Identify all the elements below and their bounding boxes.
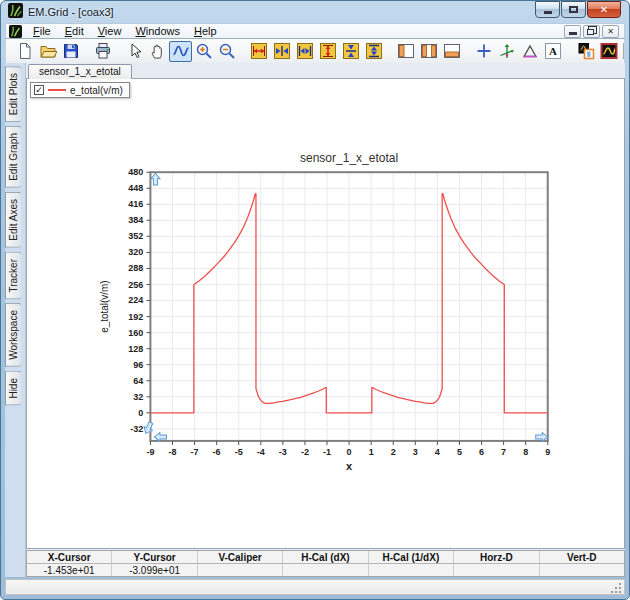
- svg-text:-1: -1: [323, 447, 331, 457]
- save-button[interactable]: [59, 41, 82, 62]
- layers-tool-button[interactable]: [574, 41, 597, 62]
- svg-text:416: 416: [128, 199, 143, 209]
- cursor-table-value: -3.099e+01: [112, 564, 197, 576]
- open-file-button[interactable]: [36, 41, 59, 62]
- mdi-close-button[interactable]: ✕: [602, 25, 619, 38]
- svg-text:1: 1: [369, 447, 374, 457]
- v-fit-button[interactable]: [316, 41, 339, 62]
- zoom-in-button[interactable]: [192, 41, 215, 62]
- h-compress-button[interactable]: [293, 41, 316, 62]
- v-compress-button[interactable]: [362, 41, 385, 62]
- svg-text:384: 384: [128, 215, 143, 225]
- legend-line-sample: [48, 89, 66, 91]
- waveform-red-button[interactable]: [597, 41, 620, 62]
- maximize-button[interactable]: [561, 1, 586, 18]
- legend: ✓ e_total(v/m): [30, 82, 130, 98]
- toolbar: ALayou: [5, 39, 625, 63]
- zoom-out-button[interactable]: [215, 41, 238, 62]
- mdi-app-icon[interactable]: [9, 25, 22, 38]
- crosshair-button[interactable]: [472, 41, 495, 62]
- svg-text:2: 2: [391, 447, 396, 457]
- cursor-table-header: Horz-D: [454, 551, 539, 563]
- print-button[interactable]: [91, 41, 114, 62]
- pane-left-button[interactable]: [394, 41, 417, 62]
- axis-pan-arrow[interactable]: [142, 421, 155, 436]
- cursor-table-header: H-Cal (1/dX): [369, 551, 454, 563]
- side-tab-hide[interactable]: Hide: [5, 371, 21, 406]
- svg-text:448: 448: [128, 183, 143, 193]
- cursor-table-value: -1.453e+01: [27, 564, 112, 576]
- close-button[interactable]: ✕: [587, 1, 621, 18]
- axes-tool-button[interactable]: [495, 41, 518, 62]
- svg-text:6: 6: [479, 447, 484, 457]
- svg-text:-32: -32: [130, 424, 143, 434]
- v-expand-button[interactable]: [339, 41, 362, 62]
- title-bar: EM.Grid - [coax3] ✕: [1, 1, 629, 23]
- axis-pan-arrow[interactable]: [151, 173, 160, 185]
- pan-hand-button[interactable]: [146, 41, 169, 62]
- svg-text:-9: -9: [146, 447, 154, 457]
- h-fit-button[interactable]: [247, 41, 270, 62]
- legend-label: e_total(v/m): [70, 85, 123, 96]
- window-title: EM.Grid - [coax3]: [28, 6, 114, 18]
- waveform-dark-button[interactable]: [620, 41, 625, 62]
- svg-text:9: 9: [545, 447, 550, 457]
- main-area: Edit PlotsEdit GraphEdit AxesTrackerWork…: [5, 63, 625, 577]
- pane-vsplit-button[interactable]: [417, 41, 440, 62]
- svg-text:-5: -5: [235, 447, 243, 457]
- svg-text:A: A: [549, 45, 557, 57]
- svg-text:64: 64: [133, 376, 143, 386]
- svg-text:288: 288: [128, 264, 143, 274]
- mdi-restore-button[interactable]: [583, 25, 600, 38]
- cursor-table-header: H-Cal (dX): [283, 551, 368, 563]
- pane-hsplit-button[interactable]: [440, 41, 463, 62]
- svg-text:-2: -2: [301, 447, 309, 457]
- svg-text:e_total(v/m): e_total(v/m): [99, 280, 110, 332]
- text-tool-button[interactable]: A: [541, 41, 565, 62]
- svg-text:5: 5: [457, 447, 462, 457]
- svg-text:7: 7: [501, 447, 506, 457]
- plot-select-button[interactable]: [169, 41, 192, 62]
- svg-text:128: 128: [128, 344, 143, 354]
- side-tab-tracker[interactable]: Tracker: [5, 252, 21, 300]
- minimize-button[interactable]: [535, 1, 560, 18]
- svg-text:8: 8: [523, 447, 528, 457]
- h-expand-button[interactable]: [270, 41, 293, 62]
- svg-text:160: 160: [128, 328, 143, 338]
- menu-item-view[interactable]: View: [91, 25, 129, 37]
- side-tab-edit-plots[interactable]: Edit Plots: [5, 66, 21, 122]
- svg-text:352: 352: [128, 231, 143, 241]
- cursor-table-value: [198, 564, 283, 576]
- menu-item-help[interactable]: Help: [187, 25, 224, 37]
- plot-panel: ✓ e_total(v/m) -9-8-7-6-5-4-3-2-10123456…: [26, 79, 625, 549]
- legend-checkbox[interactable]: ✓: [34, 85, 44, 95]
- chart-canvas[interactable]: -9-8-7-6-5-4-3-2-10123456789480448416384…: [27, 79, 624, 548]
- cursor-table-header: X-Cursor: [27, 551, 112, 563]
- menu-item-file[interactable]: File: [26, 25, 58, 37]
- cursor-table-value: [540, 564, 624, 576]
- svg-text:4: 4: [435, 447, 440, 457]
- cursor-table-value: [454, 564, 539, 576]
- svg-text:0: 0: [347, 447, 352, 457]
- document-tab-bar: sensor_1_x_etotal: [26, 63, 625, 79]
- tab-sensor-1-x-etotal[interactable]: sensor_1_x_etotal: [28, 64, 132, 79]
- svg-text:-4: -4: [257, 447, 265, 457]
- side-tab-edit-graph[interactable]: Edit Graph: [5, 126, 21, 188]
- cursor-readout-table: X-CursorY-CursorV-CaliperH-Cal (dX)H-Cal…: [26, 550, 625, 577]
- svg-text:sensor_1_x_etotal: sensor_1_x_etotal: [300, 151, 398, 165]
- side-tab-strip: Edit PlotsEdit GraphEdit AxesTrackerWork…: [5, 63, 26, 577]
- resize-grip[interactable]: [611, 581, 623, 593]
- svg-text:480: 480: [128, 167, 143, 177]
- svg-text:320: 320: [128, 247, 143, 257]
- delta-tool-button[interactable]: [518, 41, 541, 62]
- menu-item-edit[interactable]: Edit: [58, 25, 91, 37]
- new-document-button[interactable]: [13, 41, 36, 62]
- menu-bar: FileEditViewWindowsHelp ✕: [5, 23, 625, 39]
- side-tab-workspace[interactable]: Workspace: [5, 303, 21, 367]
- svg-text:-8: -8: [168, 447, 176, 457]
- select-cursor-button[interactable]: [123, 41, 146, 62]
- cursor-table-header: Y-Cursor: [112, 551, 197, 563]
- menu-item-windows[interactable]: Windows: [128, 25, 187, 37]
- side-tab-edit-axes[interactable]: Edit Axes: [5, 192, 21, 248]
- mdi-minimize-button[interactable]: [564, 25, 581, 38]
